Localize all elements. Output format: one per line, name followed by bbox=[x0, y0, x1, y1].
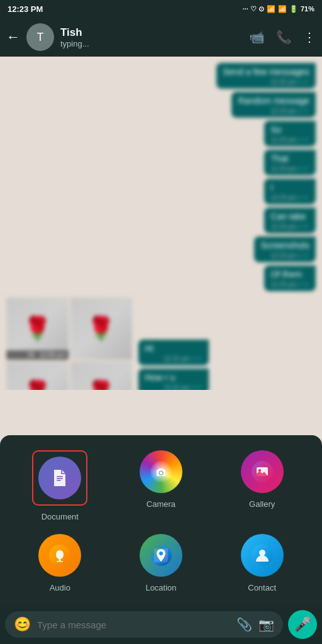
svg-rect-0 bbox=[57, 476, 63, 477]
message-bubble: Screenshots 12:23 pm✓✓ bbox=[254, 236, 316, 262]
message-text: How r u bbox=[145, 372, 175, 382]
attachment-item-audio[interactable]: Audio bbox=[13, 534, 108, 592]
attachment-item-location[interactable]: Location bbox=[114, 534, 209, 592]
message-input-bar: 😊 📎 📷 🎤 bbox=[0, 605, 322, 644]
message-text: Random message bbox=[238, 96, 309, 106]
avatar-initials: T bbox=[37, 31, 44, 44]
contact-label: Contact bbox=[248, 583, 276, 592]
message-text: I bbox=[270, 182, 273, 192]
svg-rect-1 bbox=[57, 478, 63, 479]
image-cell[interactable]: HI 12:00 pm bbox=[6, 297, 69, 360]
message-row: Send a few messages 12:22 pm✓✓ bbox=[6, 63, 316, 89]
svg-point-13 bbox=[159, 552, 163, 555]
contact-svg-icon bbox=[252, 545, 273, 566]
battery-percent: 71% bbox=[301, 5, 314, 13]
message-text: Screenshots bbox=[260, 240, 309, 250]
attachment-item-gallery[interactable]: Gallery bbox=[214, 450, 309, 521]
video-call-icon[interactable]: 📹 bbox=[249, 30, 265, 45]
status-icons: ··· ♡ ⊙ 📶 📶 🔋 71% bbox=[243, 5, 314, 13]
contact-name: Tish bbox=[60, 26, 243, 39]
camera-label: Camera bbox=[147, 499, 175, 509]
gallery-label: Gallery bbox=[249, 499, 275, 509]
header-contact-info[interactable]: Tish typing... bbox=[60, 26, 243, 48]
image-cell[interactable] bbox=[70, 362, 133, 391]
document-svg-icon bbox=[49, 467, 70, 489]
camera-icon-circle bbox=[140, 450, 182, 493]
document-icon-circle bbox=[38, 457, 81, 499]
message-bubble: That 12:23 pm✓✓ bbox=[264, 150, 316, 175]
message-row: That 12:23 pm✓✓ bbox=[6, 150, 316, 175]
message-row: Can take 12:23 pm✓✓ bbox=[6, 208, 316, 233]
message-text: HI bbox=[145, 343, 153, 353]
camera-icon-bottom[interactable]: 📷 bbox=[258, 617, 274, 632]
mic-button[interactable]: 🎤 bbox=[288, 610, 317, 639]
message-bubble: Can take 12:23 pm✓✓ bbox=[264, 208, 316, 233]
header-action-icons: 📹 📞 ⋮ bbox=[249, 30, 316, 45]
document-highlight-border bbox=[32, 450, 87, 506]
signal-dots: ··· ♡ ⊙ bbox=[243, 5, 264, 13]
audio-icon-circle bbox=[38, 534, 81, 577]
message-input[interactable] bbox=[37, 619, 230, 630]
message-row: Of them 12:23 pm✓✓ bbox=[6, 265, 316, 291]
signal-bars: 📶 bbox=[267, 5, 275, 13]
chat-header: ← T Tish typing... 📹 📞 ⋮ bbox=[0, 18, 322, 57]
audio-label: Audio bbox=[50, 583, 70, 592]
gallery-icon-circle bbox=[241, 450, 284, 493]
audio-svg-icon bbox=[49, 545, 70, 566]
message-bubble: I 12:23 pm✓✓ bbox=[264, 179, 316, 204]
camera-svg-icon bbox=[150, 461, 172, 482]
gallery-svg-icon bbox=[252, 461, 273, 482]
image-cell[interactable] bbox=[6, 362, 69, 391]
status-bar: 12:23 PM ··· ♡ ⊙ 📶 📶 🔋 71% bbox=[0, 0, 322, 18]
status-time: 12:23 PM bbox=[8, 4, 43, 14]
svg-rect-2 bbox=[57, 480, 61, 481]
back-button[interactable]: ← bbox=[6, 29, 20, 45]
message-row: I 12:23 pm✓✓ bbox=[6, 179, 316, 204]
svg-rect-10 bbox=[57, 561, 63, 562]
attachment-item-camera[interactable]: Camera bbox=[114, 450, 209, 521]
battery-icon: 🔋 bbox=[289, 5, 298, 13]
message-text: Can take bbox=[270, 211, 306, 221]
message-bubble: So 12:23 pm✓✓ bbox=[264, 121, 316, 147]
contact-status: typing... bbox=[60, 39, 243, 48]
image-cell[interactable] bbox=[70, 297, 133, 360]
chat-area: Send a few messages 12:22 pm✓✓ Random me… bbox=[0, 57, 322, 390]
attachment-item-contact[interactable]: Contact bbox=[214, 534, 309, 592]
attachment-menu: Document Camera bbox=[0, 435, 322, 605]
contact-icon-circle bbox=[241, 534, 284, 577]
message-bubble: HI 12:22 pm✓✓ bbox=[138, 340, 209, 365]
message-text: Of them bbox=[270, 269, 302, 279]
phone-call-icon[interactable]: 📞 bbox=[276, 30, 292, 45]
message-text: That bbox=[270, 153, 288, 164]
emoji-button[interactable]: 😊 bbox=[14, 616, 31, 633]
attachment-icon-bottom[interactable]: 📎 bbox=[236, 617, 252, 632]
document-label: Document bbox=[42, 512, 79, 521]
message-bubble: Of them 12:23 pm✓✓ bbox=[264, 265, 316, 291]
message-input-container: 😊 📎 📷 bbox=[5, 611, 283, 638]
time-display: 12:23 PM bbox=[8, 4, 43, 14]
mic-icon: 🎤 bbox=[294, 616, 311, 633]
message-bubble: Send a few messages 12:22 pm✓✓ bbox=[216, 63, 316, 89]
location-label: Location bbox=[145, 583, 176, 592]
attachment-icon-grid: Document Camera bbox=[13, 450, 309, 592]
message-bubble: How r u 12:22 pm✓✓ bbox=[138, 369, 209, 390]
message-text: So bbox=[270, 125, 281, 135]
svg-point-15 bbox=[259, 550, 265, 556]
message-text: Send a few messages bbox=[223, 67, 309, 77]
wifi-icon: 📶 bbox=[278, 5, 287, 13]
more-options-icon[interactable]: ⋮ bbox=[303, 30, 316, 45]
attachment-item-document[interactable]: Document bbox=[13, 450, 108, 521]
message-row: So 12:23 pm✓✓ bbox=[6, 121, 316, 147]
location-svg-icon bbox=[150, 545, 172, 566]
avatar[interactable]: T bbox=[26, 23, 54, 51]
location-icon-circle bbox=[140, 534, 182, 577]
message-row: Screenshots 12:23 pm✓✓ bbox=[6, 236, 316, 262]
message-bubble: Random message 12:23 pm✓✓ bbox=[231, 92, 316, 118]
message-row: Random message 12:23 pm✓✓ bbox=[6, 92, 316, 118]
image-time: HI 12:00 pm bbox=[6, 350, 69, 360]
image-grid[interactable]: HI 12:00 pm bbox=[6, 297, 132, 390]
